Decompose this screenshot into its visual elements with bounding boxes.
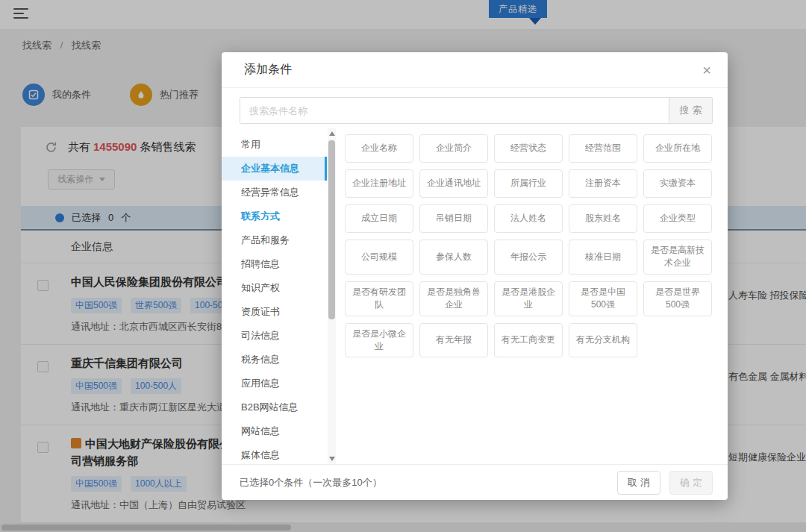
category-item[interactable]: 司法信息 [222,324,327,348]
category-item[interactable]: 资质证书 [222,300,327,324]
condition-button[interactable]: 法人姓名 [494,204,563,233]
category-item[interactable]: 网站信息 [222,419,327,443]
sidebar-scrollbar[interactable] [328,128,336,464]
modal-body: 常用企业基本信息经营异常信息联系方式产品和服务招聘信息知识产权资质证书司法信息税… [222,128,728,464]
search-button[interactable]: 搜索 [669,98,712,123]
condition-button[interactable]: 企业类型 [643,204,712,233]
condition-button[interactable]: 核准日期 [569,240,637,275]
category-item[interactable]: 税务信息 [222,348,327,372]
category-item[interactable]: 企业基本信息 [222,157,327,181]
modal-title: 添加条件 [244,62,702,78]
add-condition-modal: 添加条件 × 搜索 常用企业基本信息经营异常信息联系方式产品和服务招聘信息知识产… [222,52,728,500]
condition-button[interactable]: 经营状态 [494,134,563,163]
condition-button[interactable]: 参保人数 [419,240,488,275]
category-item[interactable]: 知识产权 [222,276,327,300]
category-item[interactable]: 产品和服务 [222,228,327,252]
condition-button[interactable]: 吊销日期 [419,204,488,233]
category-item[interactable]: 招聘信息 [222,252,327,276]
condition-button[interactable]: 是否是中国500强 [569,281,637,316]
category-sidebar: 常用企业基本信息经营异常信息联系方式产品和服务招聘信息知识产权资质证书司法信息税… [222,128,336,464]
category-item[interactable]: 常用 [222,133,327,157]
condition-button[interactable]: 企业注册地址 [345,169,413,198]
condition-grid: 企业名称企业简介经营状态经营范围企业所在地企业注册地址企业通讯地址所属行业注册资… [336,128,728,464]
condition-button[interactable]: 是否是小微企业 [345,323,413,358]
modal-header: 添加条件 × [222,52,728,88]
category-item[interactable]: 媒体信息 [222,443,327,464]
condition-button[interactable]: 企业所在地 [643,134,712,163]
category-item[interactable]: 应用信息 [222,372,327,395]
condition-button[interactable]: 企业通讯地址 [419,169,488,198]
scroll-up-icon[interactable] [329,131,335,136]
close-icon[interactable]: × [702,63,711,78]
condition-button[interactable]: 企业简介 [419,134,488,163]
category-item[interactable]: B2B网站信息 [222,395,327,419]
condition-button[interactable]: 有无年报 [419,323,488,358]
condition-button[interactable]: 是否是高新技术企业 [643,240,712,275]
condition-button[interactable]: 企业名称 [345,134,413,163]
condition-button[interactable]: 是否是港股企业 [494,281,563,316]
category-item[interactable]: 联系方式 [222,204,327,228]
modal-search-row: 搜索 [222,88,728,128]
condition-button[interactable]: 年报公示 [494,240,563,275]
cancel-button[interactable]: 取消 [617,471,660,495]
condition-button[interactable]: 是否是独角兽企业 [419,281,488,316]
condition-button[interactable]: 成立日期 [345,204,413,233]
condition-button[interactable]: 实缴资本 [643,169,712,198]
scroll-down-icon[interactable] [329,457,335,461]
condition-button[interactable]: 经营范围 [569,134,637,163]
modal-footer: 已选择0个条件（一次最多10个） 取消 确定 [222,464,728,500]
condition-button[interactable]: 所属行业 [494,169,563,198]
footer-summary: 已选择0个条件（一次最多10个） [240,476,608,489]
sidebar-scrollbar-thumb[interactable] [328,140,335,319]
condition-button[interactable]: 是否是世界500强 [643,281,712,316]
condition-button[interactable]: 有无工商变更 [494,323,563,358]
condition-button[interactable]: 注册资本 [569,169,637,198]
condition-button[interactable]: 公司规模 [345,240,413,275]
category-item[interactable]: 经营异常信息 [222,181,327,204]
confirm-button[interactable]: 确定 [669,471,713,495]
condition-button[interactable]: 是否有研发团队 [345,281,413,316]
condition-button[interactable]: 有无分支机构 [569,323,637,358]
search-condition-input[interactable] [240,98,669,123]
condition-button[interactable]: 股东姓名 [569,204,637,233]
